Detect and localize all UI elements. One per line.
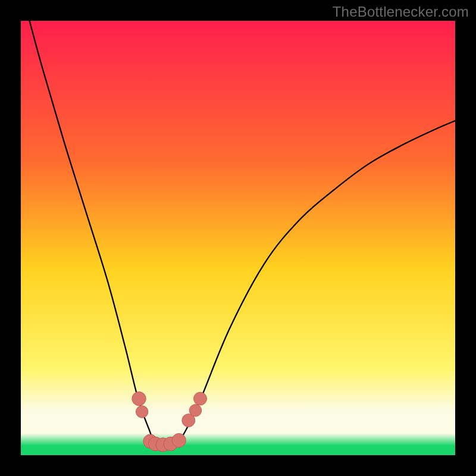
curve-marker <box>136 406 148 418</box>
curve-markers <box>132 392 207 452</box>
curve-marker <box>189 405 201 416</box>
curve-layer <box>21 21 455 455</box>
curve-marker <box>132 392 146 405</box>
bottleneck-curve <box>30 21 455 447</box>
curve-marker <box>172 434 186 447</box>
chart-frame: TheBottlenecker.com <box>0 0 476 476</box>
watermark-text: TheBottlenecker.com <box>333 4 469 20</box>
plot-area <box>21 21 455 455</box>
curve-marker <box>194 392 207 405</box>
